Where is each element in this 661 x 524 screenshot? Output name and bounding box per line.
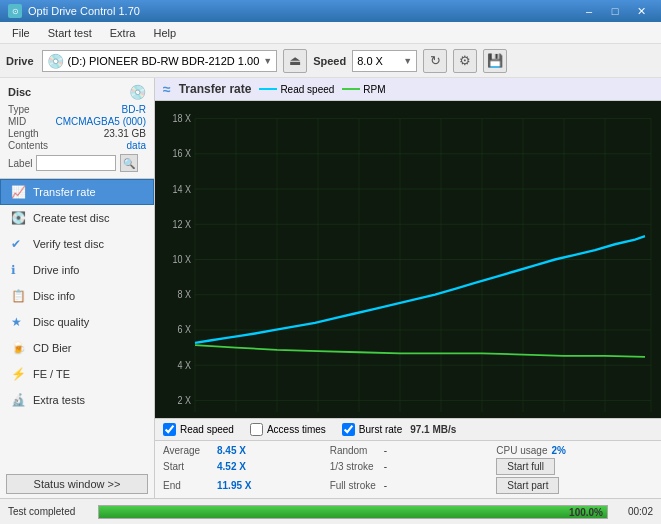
svg-text:2 X: 2 X xyxy=(178,394,192,406)
nav-drive-info[interactable]: ℹ Drive info xyxy=(0,257,154,283)
svg-text:8 X: 8 X xyxy=(178,289,192,301)
settings-button[interactable]: ⚙ xyxy=(453,49,477,73)
menu-extra[interactable]: Extra xyxy=(102,25,144,41)
start-label: Start xyxy=(163,461,213,472)
read-speed-checkbox-label: Read speed xyxy=(180,424,234,435)
burst-rate-checkbox[interactable] xyxy=(342,423,355,436)
svg-text:17.5: 17.5 xyxy=(474,415,490,418)
nav-disc-quality[interactable]: ★ Disc quality xyxy=(0,309,154,335)
svg-text:15.0: 15.0 xyxy=(433,415,449,418)
close-button[interactable]: ✕ xyxy=(629,3,653,19)
start-part-button[interactable]: Start part xyxy=(496,477,559,494)
nav-extra-tests[interactable]: 🔬 Extra tests xyxy=(0,387,154,413)
status-text: Test completed xyxy=(8,506,88,517)
length-value: 23.31 GB xyxy=(104,128,146,139)
extra-tests-icon: 🔬 xyxy=(11,393,27,407)
nav-cd-bier-label: CD Bier xyxy=(33,342,72,354)
cpu-label: CPU usage xyxy=(496,445,547,456)
app-title: Opti Drive Control 1.70 xyxy=(28,5,140,17)
svg-text:7.5: 7.5 xyxy=(312,415,323,418)
drive-toolbar: Drive 💿 (D:) PIONEER BD-RW BDR-212D 1.00… xyxy=(0,44,661,78)
nav-fe-te-label: FE / TE xyxy=(33,368,70,380)
label-label: Label xyxy=(8,158,32,169)
end-label: End xyxy=(163,480,213,491)
progress-text: 100.0% xyxy=(569,506,603,517)
chart-area: 18 X 16 X 14 X 12 X 10 X 8 X 6 X 4 X 2 X… xyxy=(155,101,661,418)
disc-icon: 💿 xyxy=(129,84,146,100)
save-button[interactable]: 💾 xyxy=(483,49,507,73)
svg-text:12.5: 12.5 xyxy=(392,415,408,418)
type-value: BD-R xyxy=(122,104,146,115)
nav-drive-info-label: Drive info xyxy=(33,264,79,276)
menu-help[interactable]: Help xyxy=(145,25,184,41)
svg-text:16 X: 16 X xyxy=(173,148,192,160)
verify-disc-icon: ✔ xyxy=(11,237,27,251)
svg-text:10.0: 10.0 xyxy=(351,415,367,418)
svg-text:14 X: 14 X xyxy=(173,183,192,195)
maximize-button[interactable]: □ xyxy=(603,3,627,19)
chart-header: ≈ Transfer rate Read speed RPM xyxy=(155,78,661,101)
progress-bar-container: 100.0% xyxy=(98,505,608,519)
chart-title: Transfer rate xyxy=(179,82,252,96)
rpm-legend-color xyxy=(342,88,360,90)
drive-selector[interactable]: 💿 (D:) PIONEER BD-RW BDR-212D 1.00 ▼ xyxy=(42,50,278,72)
disc-info-icon: 📋 xyxy=(11,289,27,303)
progress-bar-fill xyxy=(99,506,607,518)
svg-text:0.0: 0.0 xyxy=(189,415,200,418)
start-full-button[interactable]: Start full xyxy=(496,458,555,475)
drive-label: Drive xyxy=(6,55,34,67)
disc-panel: Disc 💿 Type BD-R MID CMCMAGBA5 (000) Len… xyxy=(0,78,154,179)
cd-bier-icon: 🍺 xyxy=(11,341,27,355)
elapsed-time: 00:02 xyxy=(618,506,653,517)
contents-label: Contents xyxy=(8,140,48,151)
status-window-button[interactable]: Status window >> xyxy=(6,474,148,494)
svg-text:18 X: 18 X xyxy=(173,112,192,124)
svg-text:6 X: 6 X xyxy=(178,324,192,336)
read-speed-checkbox[interactable] xyxy=(163,423,176,436)
transfer-rate-chart: 18 X 16 X 14 X 12 X 10 X 8 X 6 X 4 X 2 X… xyxy=(155,101,661,418)
menu-file[interactable]: File xyxy=(4,25,38,41)
eject-button[interactable]: ⏏ xyxy=(283,49,307,73)
label-input[interactable] xyxy=(36,155,116,171)
chart-controls: Read speed Access times Burst rate 97.1 … xyxy=(155,418,661,440)
nav-create-test-disc[interactable]: 💽 Create test disc xyxy=(0,205,154,231)
read-speed-legend-label: Read speed xyxy=(280,84,334,95)
sidebar: Disc 💿 Type BD-R MID CMCMAGBA5 (000) Len… xyxy=(0,78,155,498)
access-times-checkbox-label: Access times xyxy=(267,424,326,435)
nav-disc-quality-label: Disc quality xyxy=(33,316,89,328)
end-value: 11.95 X xyxy=(217,480,257,491)
nav-transfer-rate[interactable]: 📈 Transfer rate xyxy=(0,179,154,205)
full-stroke-label: Full stroke xyxy=(330,480,380,491)
burst-rate-checkbox-label: Burst rate xyxy=(359,424,402,435)
random-label: Random xyxy=(330,445,380,456)
nav-cd-bier[interactable]: 🍺 CD Bier xyxy=(0,335,154,361)
drive-value: (D:) PIONEER BD-RW BDR-212D 1.00 xyxy=(68,55,260,67)
access-times-checkbox[interactable] xyxy=(250,423,263,436)
menu-start-test[interactable]: Start test xyxy=(40,25,100,41)
status-bar: Test completed 100.0% 00:02 xyxy=(0,498,661,524)
menu-bar: File Start test Extra Help xyxy=(0,22,661,44)
nav-verify-test-disc[interactable]: ✔ Verify test disc xyxy=(0,231,154,257)
disc-panel-title: Disc xyxy=(8,86,31,98)
label-button[interactable]: 🔍 xyxy=(120,154,138,172)
disc-quality-icon: ★ xyxy=(11,315,27,329)
minimize-button[interactable]: – xyxy=(577,3,601,19)
nav-disc-info[interactable]: 📋 Disc info xyxy=(0,283,154,309)
content-area: ≈ Transfer rate Read speed RPM xyxy=(155,78,661,498)
app-icon: ⊙ xyxy=(8,4,22,18)
mid-value: CMCMAGBA5 (000) xyxy=(55,116,146,127)
nav-disc-info-label: Disc info xyxy=(33,290,75,302)
full-stroke-value: - xyxy=(384,480,387,491)
nav-fe-te[interactable]: ⚡ FE / TE xyxy=(0,361,154,387)
burst-rate-value: 97.1 MB/s xyxy=(410,424,456,435)
rpm-legend-label: RPM xyxy=(363,84,385,95)
fe-te-icon: ⚡ xyxy=(11,367,27,381)
title-bar: ⊙ Opti Drive Control 1.70 – □ ✕ xyxy=(0,0,661,22)
svg-text:4 X: 4 X xyxy=(178,359,192,371)
refresh-button[interactable]: ↻ xyxy=(423,49,447,73)
stats-area: Average 8.45 X Random - CPU usage 2% Sta… xyxy=(155,440,661,498)
transfer-rate-icon: 📈 xyxy=(11,185,27,199)
speed-label: Speed xyxy=(313,55,346,67)
speed-selector[interactable]: 8.0 X ▼ xyxy=(352,50,417,72)
svg-text:2.5: 2.5 xyxy=(230,415,241,418)
